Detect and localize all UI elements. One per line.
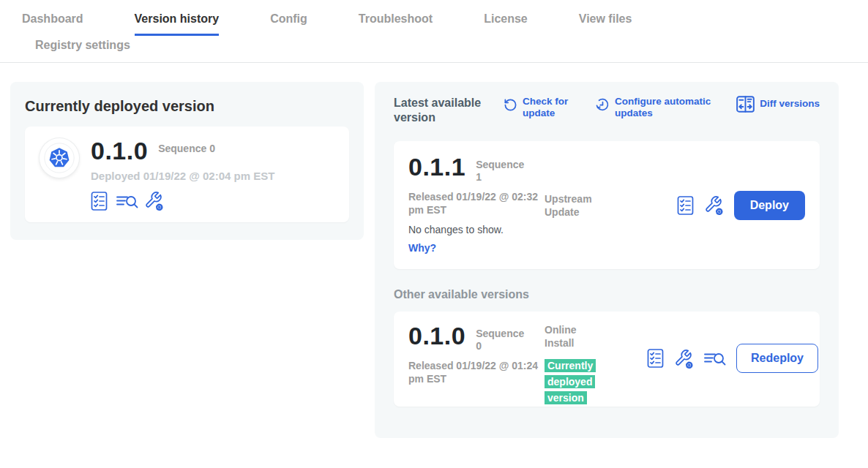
auto-update-icon: [596, 96, 610, 119]
tab-license[interactable]: License: [484, 12, 528, 34]
main-content: Currently deployed version 0.1.0 Sequenc…: [0, 63, 868, 460]
deployed-timestamp: Deployed 01/19/22 @ 02:04 pm EST: [91, 170, 274, 182]
preflight-checks-icon[interactable]: [677, 196, 694, 215]
latest-changes-text: No changes to show.: [408, 224, 545, 235]
deploy-button[interactable]: Deploy: [734, 191, 805, 220]
tab-registry-settings[interactable]: Registry settings: [35, 39, 817, 52]
check-for-update-link[interactable]: Check for update: [504, 96, 577, 119]
available-card-header: Latest available version Check for updat…: [394, 96, 820, 125]
latest-source-label: Upstream Update: [545, 192, 603, 219]
latest-version-info: 0.1.1 Sequence 1 Released 01/19/22 @ 02:…: [408, 154, 545, 256]
check-for-update-label: Check for update: [523, 96, 577, 119]
tab-config[interactable]: Config: [270, 12, 307, 34]
tab-troubleshoot[interactable]: Troubleshoot: [359, 12, 433, 34]
currently-deployed-title: Currently deployed version: [25, 98, 349, 115]
why-link[interactable]: Why?: [408, 242, 545, 254]
other-released-timestamp: Released 01/19/22 @ 01:24 pm EST: [408, 359, 539, 385]
edit-config-icon[interactable]: [704, 195, 724, 215]
other-version-actions: Redeploy: [647, 344, 818, 373]
tab-dashboard[interactable]: Dashboard: [22, 12, 83, 34]
currently-deployed-card: Currently deployed version 0.1.0 Sequenc…: [10, 82, 364, 240]
other-source-column: Online Install Currently deployed versio…: [545, 323, 647, 393]
latest-available-title: Latest available version: [394, 96, 490, 125]
refresh-icon: [504, 96, 517, 119]
configure-auto-updates-label: Configure automatic updates: [615, 96, 711, 119]
edit-config-icon[interactable]: [674, 349, 694, 369]
other-versions-title: Other available versions: [394, 288, 820, 301]
view-logs-icon[interactable]: [704, 350, 726, 367]
other-version-row: 0.1.0 Sequence 0 Released 01/19/22 @ 01:…: [394, 312, 820, 407]
nav-row-1: Dashboard Version history Config Trouble…: [0, 0, 868, 36]
other-sequence-label: Sequence 0: [476, 323, 528, 352]
deployed-version-info: 0.1.0 Sequence 0 Deployed 01/19/22 @ 02:…: [91, 138, 274, 211]
available-versions-card: Latest available version Check for updat…: [375, 82, 839, 438]
currently-deployed-badge: Currently deployed version: [545, 359, 596, 404]
kubernetes-logo: [40, 138, 79, 178]
latest-released-timestamp: Released 01/19/22 @ 02:32 pm EST: [408, 190, 539, 216]
currently-deployed-badge-wrap: Currently deployed version: [545, 358, 600, 406]
redeploy-button[interactable]: Redeploy: [736, 344, 818, 373]
deployed-sequence-label: Sequence 0: [158, 138, 215, 155]
preflight-checks-icon[interactable]: [647, 349, 664, 368]
latest-version-row: 0.1.1 Sequence 1 Released 01/19/22 @ 02:…: [394, 141, 820, 269]
other-version-number: 0.1.0: [408, 323, 465, 348]
configure-auto-updates-link[interactable]: Configure automatic updates: [596, 96, 711, 119]
deployed-version-box: 0.1.0 Sequence 0 Deployed 01/19/22 @ 02:…: [25, 127, 349, 222]
top-navigation: Dashboard Version history Config Trouble…: [0, 0, 868, 63]
latest-version-actions: Deploy: [677, 191, 805, 220]
view-logs-icon[interactable]: [116, 192, 138, 210]
other-version-info: 0.1.0 Sequence 0 Released 01/19/22 @ 01:…: [408, 323, 545, 393]
diff-versions-label: Diff versions: [760, 98, 820, 110]
edit-config-icon[interactable]: [144, 191, 164, 211]
deployed-version-number: 0.1.0: [91, 138, 148, 163]
latest-source-column: Upstream Update: [545, 154, 647, 256]
latest-version-number: 0.1.1: [408, 154, 465, 179]
tab-view-files[interactable]: View files: [579, 12, 632, 34]
tab-version-history[interactable]: Version history: [135, 12, 220, 36]
latest-sequence-label: Sequence 1: [476, 154, 528, 184]
nav-row-2: Registry settings: [0, 36, 868, 62]
preflight-checks-icon[interactable]: [91, 192, 108, 211]
diff-icon: [736, 96, 755, 113]
diff-versions-link[interactable]: Diff versions: [736, 96, 820, 113]
other-source-label: Online Install: [545, 323, 603, 350]
